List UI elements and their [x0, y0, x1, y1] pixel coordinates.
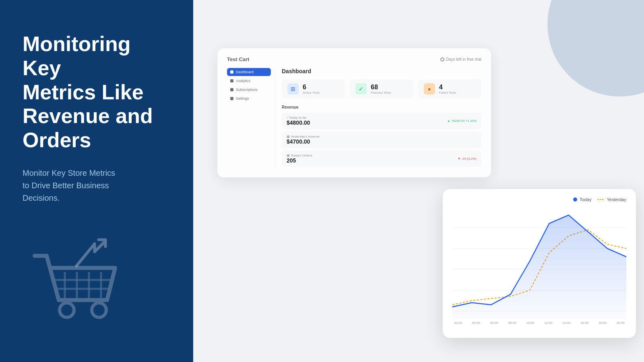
legend-today: Today — [573, 197, 591, 202]
stats-row: ⊞ 6 Active Tests ✓ 68 Planned Tests — [282, 79, 481, 99]
svg-point-7 — [92, 303, 106, 317]
revenue-section: Revenue ↑ Today so far $4800.00 ▲ +$200.… — [282, 105, 481, 167]
main-heading: Monitoring Key Metrics Like Revenue and … — [23, 32, 171, 152]
sidebar-item-settings[interactable]: Settings — [227, 95, 271, 103]
revenue-title: Revenue — [282, 105, 481, 109]
legend-yesterday-icon — [598, 197, 604, 202]
sidebar-item-dashboard[interactable]: Dashboard — [227, 68, 271, 76]
chart-legend: Today Yesterday — [452, 197, 626, 202]
revenue-orders: ▦ Today's Orders 205 ▼ -20 (3.2%) — [282, 150, 481, 167]
x-label-0600: 06:00 — [490, 321, 498, 325]
deco-circle — [547, 0, 644, 97]
card-title: Test Cart — [227, 56, 249, 62]
chart-area — [452, 207, 626, 319]
x-label-1400: 14:00 — [562, 321, 570, 325]
dashboard-main: Dashboard ⊞ 6 Active Tests ✓ 68 — [282, 68, 481, 169]
right-panel: Test Cart Days left in free trial Dashbo… — [193, 0, 644, 362]
x-label-0800: 08:00 — [508, 321, 516, 325]
dashboard-inner: Dashboard Analytics Subscriptions Settin… — [227, 68, 481, 169]
x-label-1600: 16:00 — [580, 321, 588, 325]
failed-tests-icon: ● — [424, 83, 435, 95]
revenue-today: ↑ Today so far $4800.00 ▲ +$200.00 +1.20… — [282, 113, 481, 129]
stat-card-planned: ✓ 68 Planned Tests — [350, 79, 413, 99]
main-subtext: Monitor Key Store Metrics to Drive Bette… — [23, 167, 171, 204]
sidebar-item-subscriptions[interactable]: Subscriptions — [227, 86, 271, 94]
active-tests-icon: ⊞ — [287, 83, 299, 95]
orders-badge: ▼ -20 (3.2%) — [458, 157, 477, 160]
dashboard-card: Test Cart Days left in free trial Dashbo… — [217, 48, 491, 177]
dashboard-sidebar: Dashboard Analytics Subscriptions Settin… — [227, 68, 275, 169]
card-header: Test Cart Days left in free trial — [227, 56, 481, 62]
failed-tests-label: Failed Tests — [439, 91, 456, 95]
legend-yesterday: Yesterday — [598, 197, 626, 202]
sidebar-item-analytics[interactable]: Analytics — [227, 77, 271, 85]
left-panel: Monitoring Key Metrics Like Revenue and … — [0, 0, 193, 362]
active-tests-value: 6 — [303, 84, 320, 91]
x-axis-labels: 02:00 04:00 06:00 08:00 10:00 12:00 14:0… — [452, 321, 626, 325]
x-label-0200: 02:00 — [454, 321, 462, 325]
x-label-0400: 04:00 — [472, 321, 480, 325]
failed-tests-value: 4 — [439, 84, 456, 91]
revenue-yesterday: ▦ Yesterday's revenue $4700.00 — [282, 132, 481, 148]
x-label-1000: 10:00 — [526, 321, 535, 325]
chart-card: Today Yesterday — [443, 189, 636, 338]
x-label-1800: 18:00 — [599, 321, 607, 325]
stat-card-active: ⊞ 6 Active Tests — [282, 79, 345, 99]
trial-badge: Days left in free trial — [440, 57, 481, 62]
x-label-1200: 12:00 — [544, 321, 552, 325]
x-label-2000: 20:00 — [617, 321, 625, 325]
active-tests-label: Active Tests — [303, 91, 320, 95]
stat-card-failed: ● 4 Failed Tests — [418, 79, 481, 99]
dashboard-section-title: Dashboard — [282, 68, 481, 74]
trend-arrow-icon — [72, 236, 109, 274]
revenue-today-badge: ▲ +$200.00 +1.20% — [447, 119, 477, 123]
legend-today-dot — [573, 197, 577, 202]
planned-tests-value: 68 — [371, 84, 391, 91]
planned-tests-icon: ✓ — [355, 83, 367, 95]
planned-tests-label: Planned Tests — [371, 91, 391, 95]
svg-point-6 — [60, 303, 74, 317]
